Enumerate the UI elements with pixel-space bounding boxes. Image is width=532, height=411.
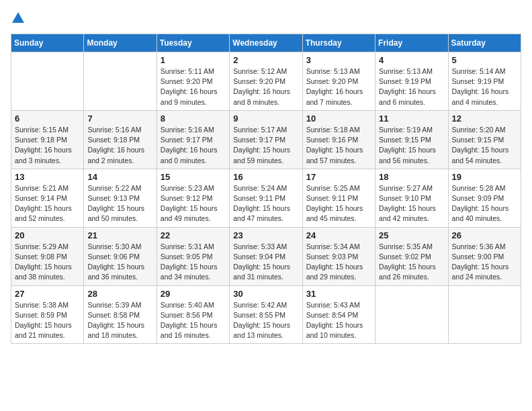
- day-number: 27: [15, 289, 80, 299]
- day-info: Sunrise: 5:36 AM Sunset: 9:00 PM Dayligh…: [452, 242, 517, 283]
- day-info: Sunrise: 5:14 AM Sunset: 9:19 PM Dayligh…: [452, 66, 517, 107]
- day-number: 9: [233, 113, 298, 124]
- calendar-cell: 1Sunrise: 5:11 AM Sunset: 9:20 PM Daylig…: [157, 52, 229, 111]
- day-info: Sunrise: 5:22 AM Sunset: 9:13 PM Dayligh…: [87, 183, 152, 224]
- day-info: Sunrise: 5:17 AM Sunset: 9:17 PM Dayligh…: [233, 125, 298, 166]
- calendar-cell: 22Sunrise: 5:31 AM Sunset: 9:05 PM Dayli…: [157, 227, 229, 285]
- day-number: 18: [379, 172, 444, 182]
- calendar-cell: 28Sunrise: 5:39 AM Sunset: 8:58 PM Dayli…: [84, 285, 157, 344]
- day-number: 23: [233, 230, 298, 240]
- calendar-cell: 24Sunrise: 5:34 AM Sunset: 9:03 PM Dayli…: [302, 227, 375, 285]
- calendar-cell: 5Sunrise: 5:14 AM Sunset: 9:19 PM Daylig…: [448, 52, 521, 111]
- calendar-week-row: 20Sunrise: 5:29 AM Sunset: 9:08 PM Dayli…: [11, 227, 521, 285]
- calendar-cell: 30Sunrise: 5:42 AM Sunset: 8:55 PM Dayli…: [230, 285, 302, 344]
- calendar-cell: 27Sunrise: 5:38 AM Sunset: 8:59 PM Dayli…: [11, 285, 84, 344]
- calendar-week-row: 6Sunrise: 5:15 AM Sunset: 9:18 PM Daylig…: [11, 110, 521, 169]
- calendar-header-row: SundayMondayTuesdayWednesdayThursdayFrid…: [11, 34, 521, 52]
- day-number: 30: [233, 289, 298, 299]
- calendar-cell: 9Sunrise: 5:17 AM Sunset: 9:17 PM Daylig…: [230, 110, 302, 169]
- day-number: 1: [161, 55, 226, 65]
- day-info: Sunrise: 5:13 AM Sunset: 9:20 PM Dayligh…: [306, 66, 371, 107]
- calendar-cell: 7Sunrise: 5:16 AM Sunset: 9:18 PM Daylig…: [84, 110, 157, 169]
- day-number: 8: [161, 113, 226, 124]
- day-of-week-header: Saturday: [448, 34, 521, 52]
- day-info: Sunrise: 5:18 AM Sunset: 9:16 PM Dayligh…: [306, 125, 371, 166]
- day-number: 22: [161, 230, 226, 240]
- day-info: Sunrise: 5:40 AM Sunset: 8:56 PM Dayligh…: [161, 300, 226, 341]
- day-info: Sunrise: 5:43 AM Sunset: 8:54 PM Dayligh…: [306, 300, 371, 341]
- logo-icon: [11, 11, 26, 26]
- day-number: 26: [452, 230, 517, 240]
- calendar-cell: 25Sunrise: 5:35 AM Sunset: 9:02 PM Dayli…: [375, 227, 448, 285]
- calendar-week-row: 1Sunrise: 5:11 AM Sunset: 9:20 PM Daylig…: [11, 52, 521, 111]
- day-of-week-header: Tuesday: [157, 34, 229, 52]
- day-number: 20: [15, 230, 80, 240]
- calendar-cell: 29Sunrise: 5:40 AM Sunset: 8:56 PM Dayli…: [157, 285, 229, 344]
- day-number: 15: [161, 172, 226, 182]
- day-info: Sunrise: 5:23 AM Sunset: 9:12 PM Dayligh…: [161, 183, 226, 224]
- calendar-cell: 3Sunrise: 5:13 AM Sunset: 9:20 PM Daylig…: [302, 52, 375, 111]
- calendar-cell: 26Sunrise: 5:36 AM Sunset: 9:00 PM Dayli…: [448, 227, 521, 285]
- day-number: 14: [87, 172, 152, 182]
- page-header: [11, 11, 521, 26]
- day-info: Sunrise: 5:16 AM Sunset: 9:17 PM Dayligh…: [161, 125, 226, 166]
- day-info: Sunrise: 5:11 AM Sunset: 9:20 PM Dayligh…: [161, 66, 226, 107]
- day-info: Sunrise: 5:30 AM Sunset: 9:06 PM Dayligh…: [87, 242, 152, 283]
- calendar-week-row: 27Sunrise: 5:38 AM Sunset: 8:59 PM Dayli…: [11, 285, 521, 344]
- calendar-cell: 11Sunrise: 5:19 AM Sunset: 9:15 PM Dayli…: [375, 110, 448, 169]
- calendar-cell: 4Sunrise: 5:13 AM Sunset: 9:19 PM Daylig…: [375, 52, 448, 111]
- day-of-week-header: Thursday: [302, 34, 375, 52]
- day-info: Sunrise: 5:31 AM Sunset: 9:05 PM Dayligh…: [161, 242, 226, 283]
- calendar-cell: 6Sunrise: 5:15 AM Sunset: 9:18 PM Daylig…: [11, 110, 84, 169]
- calendar-cell: [84, 52, 157, 111]
- day-number: 4: [379, 55, 444, 65]
- day-number: 7: [87, 113, 152, 124]
- calendar-cell: 31Sunrise: 5:43 AM Sunset: 8:54 PM Dayli…: [302, 285, 375, 344]
- day-number: 31: [306, 289, 371, 299]
- day-number: 28: [87, 289, 152, 299]
- calendar-cell: [448, 285, 521, 344]
- day-info: Sunrise: 5:29 AM Sunset: 9:08 PM Dayligh…: [15, 242, 80, 283]
- day-info: Sunrise: 5:16 AM Sunset: 9:18 PM Dayligh…: [87, 125, 152, 166]
- calendar-cell: [375, 285, 448, 344]
- day-info: Sunrise: 5:15 AM Sunset: 9:18 PM Dayligh…: [15, 125, 80, 166]
- day-number: 21: [87, 230, 152, 240]
- svg-marker-0: [12, 12, 24, 23]
- day-info: Sunrise: 5:35 AM Sunset: 9:02 PM Dayligh…: [379, 242, 444, 283]
- day-number: 10: [306, 113, 371, 124]
- day-info: Sunrise: 5:20 AM Sunset: 9:15 PM Dayligh…: [452, 125, 517, 166]
- day-number: 16: [233, 172, 298, 182]
- day-number: 24: [306, 230, 371, 240]
- day-info: Sunrise: 5:39 AM Sunset: 8:58 PM Dayligh…: [87, 300, 152, 341]
- day-number: 17: [306, 172, 371, 182]
- day-info: Sunrise: 5:13 AM Sunset: 9:19 PM Dayligh…: [379, 66, 444, 107]
- calendar-cell: 16Sunrise: 5:24 AM Sunset: 9:11 PM Dayli…: [230, 169, 302, 227]
- day-info: Sunrise: 5:28 AM Sunset: 9:09 PM Dayligh…: [452, 183, 517, 224]
- calendar-cell: 20Sunrise: 5:29 AM Sunset: 9:08 PM Dayli…: [11, 227, 84, 285]
- calendar-cell: 18Sunrise: 5:27 AM Sunset: 9:10 PM Dayli…: [375, 169, 448, 227]
- day-info: Sunrise: 5:34 AM Sunset: 9:03 PM Dayligh…: [306, 242, 371, 283]
- calendar-cell: 14Sunrise: 5:22 AM Sunset: 9:13 PM Dayli…: [84, 169, 157, 227]
- calendar-cell: 15Sunrise: 5:23 AM Sunset: 9:12 PM Dayli…: [157, 169, 229, 227]
- day-number: 19: [452, 172, 517, 182]
- day-number: 12: [452, 113, 517, 124]
- day-number: 25: [379, 230, 444, 240]
- day-of-week-header: Wednesday: [230, 34, 302, 52]
- day-number: 11: [379, 113, 444, 124]
- calendar-cell: 12Sunrise: 5:20 AM Sunset: 9:15 PM Dayli…: [448, 110, 521, 169]
- calendar-table: SundayMondayTuesdayWednesdayThursdayFrid…: [11, 34, 521, 344]
- calendar-week-row: 13Sunrise: 5:21 AM Sunset: 9:14 PM Dayli…: [11, 169, 521, 227]
- day-of-week-header: Friday: [375, 34, 448, 52]
- day-info: Sunrise: 5:27 AM Sunset: 9:10 PM Dayligh…: [379, 183, 444, 224]
- calendar-cell: 10Sunrise: 5:18 AM Sunset: 9:16 PM Dayli…: [302, 110, 375, 169]
- day-info: Sunrise: 5:33 AM Sunset: 9:04 PM Dayligh…: [233, 242, 298, 283]
- day-number: 2: [233, 55, 298, 65]
- day-of-week-header: Monday: [84, 34, 157, 52]
- day-number: 3: [306, 55, 371, 65]
- day-info: Sunrise: 5:19 AM Sunset: 9:15 PM Dayligh…: [379, 125, 444, 166]
- day-info: Sunrise: 5:21 AM Sunset: 9:14 PM Dayligh…: [15, 183, 80, 224]
- calendar-cell: 19Sunrise: 5:28 AM Sunset: 9:09 PM Dayli…: [448, 169, 521, 227]
- day-number: 29: [161, 289, 226, 299]
- calendar-cell: 21Sunrise: 5:30 AM Sunset: 9:06 PM Dayli…: [84, 227, 157, 285]
- day-info: Sunrise: 5:25 AM Sunset: 9:11 PM Dayligh…: [306, 183, 371, 224]
